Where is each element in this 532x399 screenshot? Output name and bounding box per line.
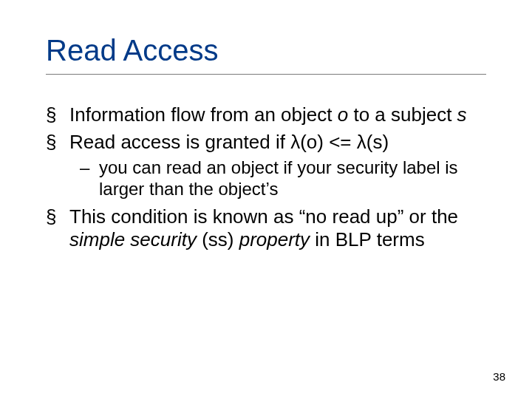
- bullet-list: Information flow from an object o to a s…: [46, 103, 486, 250]
- italic-text: s: [457, 103, 467, 126]
- slide-body: Information flow from an object o to a s…: [46, 103, 486, 255]
- title-underline: [46, 74, 486, 75]
- bullet-item: This condition is known as “no read up” …: [46, 205, 486, 250]
- italic-text: o: [338, 103, 348, 126]
- bullet-item: Read access is granted if λ(o) <= λ(s)yo…: [46, 131, 486, 200]
- italic-text: simple security: [69, 228, 197, 250]
- sub-bullet-list: you can read an object if your security …: [69, 157, 486, 200]
- bullet-item: Information flow from an object o to a s…: [46, 103, 486, 126]
- italic-text: property: [239, 228, 310, 250]
- slide: Read Access Information flow from an obj…: [0, 0, 532, 399]
- page-number: 38: [493, 370, 505, 383]
- sub-bullet-item: you can read an object if your security …: [80, 157, 486, 200]
- slide-title: Read Access: [46, 34, 218, 67]
